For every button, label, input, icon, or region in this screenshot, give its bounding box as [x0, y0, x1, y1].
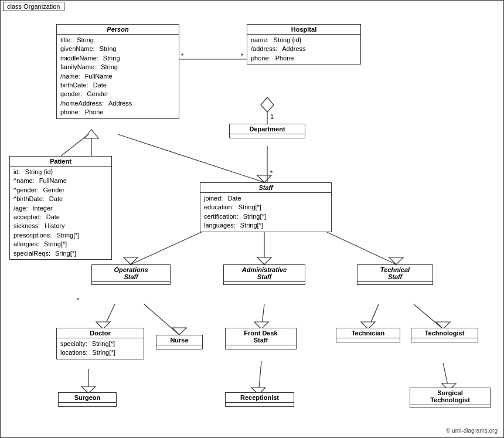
class-surgical-technologist-title: SurgicalTechnologist — [410, 388, 490, 405]
svg-marker-2 — [84, 130, 98, 138]
class-person: Person title:String givenName:String mid… — [56, 24, 179, 119]
class-staff: Staff joined:Date education:String[*] ce… — [200, 182, 332, 232]
diagram-title: class Organization — [3, 2, 64, 11]
class-operations-staff-title: OperationsStaff — [92, 265, 170, 282]
class-hospital-title: Hospital — [247, 25, 360, 35]
svg-marker-6 — [261, 97, 274, 112]
class-technologist: Technologist — [411, 328, 478, 342]
class-staff-body: joined:Date education:String[*] certific… — [200, 193, 331, 232]
class-person-title: Person — [57, 25, 179, 35]
class-technologist-title: Technologist — [411, 328, 478, 338]
svg-line-30 — [61, 134, 88, 156]
class-frontdesk-title: Front DeskStaff — [226, 328, 296, 345]
svg-line-3 — [118, 134, 264, 182]
class-nurse-title: Nurse — [156, 335, 202, 345]
svg-marker-4 — [257, 175, 271, 182]
class-department: Department — [229, 124, 305, 138]
class-doctor-title: Doctor — [57, 328, 144, 338]
class-admin-staff-body — [224, 282, 305, 284]
diagram-container: class Organization — [0, 0, 504, 438]
class-surgeon-body — [59, 403, 116, 406]
class-hospital: Hospital name:String {id} /address:Addre… — [247, 24, 361, 64]
svg-marker-13 — [389, 257, 403, 264]
mult-ops-star: * — [77, 297, 79, 304]
svg-marker-11 — [257, 257, 271, 264]
mult-person-hospital-hospital: * — [241, 52, 243, 59]
class-department-body — [230, 134, 305, 138]
class-receptionist: Receptionist — [225, 392, 294, 407]
class-patient-body: id:String {id} ^name:FullName ^gender:Ge… — [10, 167, 111, 259]
class-technical-staff: TechnicalStaff — [357, 264, 433, 285]
class-nurse: Nurse — [156, 335, 203, 349]
class-staff-title: Staff — [200, 183, 331, 193]
class-surgical-technologist-body — [410, 405, 490, 408]
class-technical-staff-body — [357, 282, 433, 284]
svg-line-14 — [103, 304, 115, 329]
class-department-title: Department — [230, 124, 305, 134]
class-receptionist-body — [226, 403, 294, 406]
svg-line-22 — [414, 304, 443, 329]
class-receptionist-title: Receptionist — [226, 393, 294, 403]
class-hospital-body: name:String {id} /address:Address phone:… — [247, 35, 360, 64]
class-technician-title: Technician — [336, 328, 400, 338]
class-surgical-technologist: SurgicalTechnologist — [410, 388, 491, 408]
class-technical-staff-title: TechnicalStaff — [357, 265, 433, 282]
class-doctor-body: specialty:String[*] locations:String[*] — [57, 338, 144, 359]
class-person-body: title:String givenName:String middleName… — [57, 35, 179, 118]
mult-department-staff: * — [270, 169, 273, 176]
svg-marker-17 — [172, 328, 186, 335]
class-technician: Technician — [336, 328, 400, 342]
svg-marker-9 — [124, 257, 138, 264]
mult-person-hospital-person: * — [181, 52, 183, 59]
class-admin-staff-title: AdministrativeStaff — [224, 265, 305, 282]
svg-line-20 — [368, 304, 379, 329]
class-technician-body — [336, 338, 400, 342]
class-patient-title: Patient — [10, 157, 111, 167]
copyright: © uml-diagrams.org — [446, 427, 498, 434]
class-doctor: Doctor specialty:String[*] locations:Str… — [56, 328, 144, 359]
svg-line-28 — [443, 363, 449, 391]
svg-line-18 — [261, 304, 264, 329]
svg-line-26 — [258, 361, 261, 395]
class-nurse-body — [156, 345, 202, 349]
class-technologist-body — [411, 338, 478, 342]
svg-line-16 — [144, 304, 179, 335]
class-admin-staff: AdministrativeStaff — [223, 264, 305, 285]
class-operations-staff-body — [92, 282, 170, 284]
class-frontdesk: Front DeskStaff — [225, 328, 297, 349]
class-patient: Patient id:String {id} ^name:FullName ^g… — [9, 156, 112, 260]
class-surgeon: Surgeon — [58, 392, 117, 407]
class-surgeon-title: Surgeon — [59, 393, 116, 403]
mult-hospital-department: 1 — [270, 113, 274, 120]
class-frontdesk-body — [226, 345, 296, 349]
class-operations-staff: OperationsStaff — [91, 264, 171, 285]
